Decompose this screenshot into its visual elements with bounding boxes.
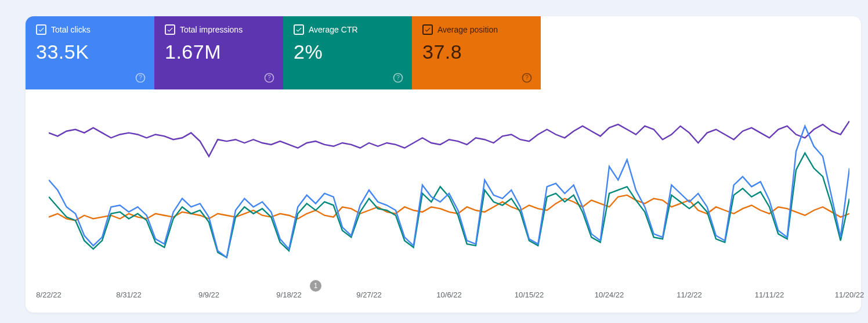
- metric-label: Average position: [437, 25, 498, 34]
- x-tick: 9/9/22: [198, 290, 219, 299]
- checkbox-checked-icon: [165, 24, 175, 35]
- svg-text:?: ?: [396, 74, 400, 81]
- help-icon[interactable]: ?: [521, 72, 533, 84]
- metric-tab-ctr[interactable]: Average CTR 2% ?: [283, 16, 412, 89]
- metric-tabs: Total clicks 33.5K ? Total impressions 1…: [26, 16, 861, 89]
- metric-label: Total impressions: [180, 25, 243, 34]
- annotation-badge[interactable]: 1: [310, 280, 321, 292]
- x-tick: 10/15/22: [515, 290, 544, 299]
- x-tick: 9/27/22: [356, 290, 381, 299]
- line-chart[interactable]: 1: [49, 109, 849, 278]
- metric-tab-impressions[interactable]: Total impressions 1.67M ?: [154, 16, 283, 89]
- x-tick: 9/18/22: [276, 290, 301, 299]
- metric-tab-position[interactable]: Average position 37.8 ?: [412, 16, 541, 89]
- help-icon[interactable]: ?: [263, 72, 275, 84]
- x-tick: 11/2/22: [677, 290, 701, 299]
- series-impressions: [49, 121, 849, 156]
- x-tick: 11/20/22: [835, 290, 865, 299]
- x-tick: 10/6/22: [436, 290, 461, 299]
- svg-text:?: ?: [139, 74, 142, 81]
- metric-label: Total clicks: [51, 25, 91, 34]
- svg-text:?: ?: [267, 74, 271, 81]
- chart-svg: [49, 109, 849, 278]
- series-clicks: [49, 126, 849, 257]
- help-icon[interactable]: ?: [135, 72, 146, 84]
- checkbox-checked-icon: [36, 24, 46, 35]
- x-tick: 8/22/22: [36, 290, 61, 299]
- x-axis: 8/22/228/31/229/9/229/18/229/27/2210/6/2…: [49, 290, 849, 302]
- x-tick: 8/31/22: [116, 290, 141, 299]
- metric-value: 2%: [294, 41, 402, 63]
- performance-card: Total clicks 33.5K ? Total impressions 1…: [26, 16, 861, 313]
- x-tick: 10/24/22: [595, 290, 624, 299]
- metric-label: Average CTR: [309, 25, 358, 34]
- checkbox-checked-icon: [422, 24, 433, 35]
- x-tick: 11/11/22: [755, 290, 784, 299]
- metric-value: 37.8: [422, 41, 530, 63]
- checkbox-checked-icon: [294, 24, 304, 35]
- help-icon[interactable]: ?: [392, 72, 404, 84]
- series-ctr: [49, 153, 849, 257]
- metric-value: 33.5K: [36, 41, 144, 63]
- svg-text:?: ?: [525, 74, 529, 81]
- metric-tab-clicks[interactable]: Total clicks 33.5K ?: [26, 16, 154, 89]
- metric-value: 1.67M: [165, 41, 273, 63]
